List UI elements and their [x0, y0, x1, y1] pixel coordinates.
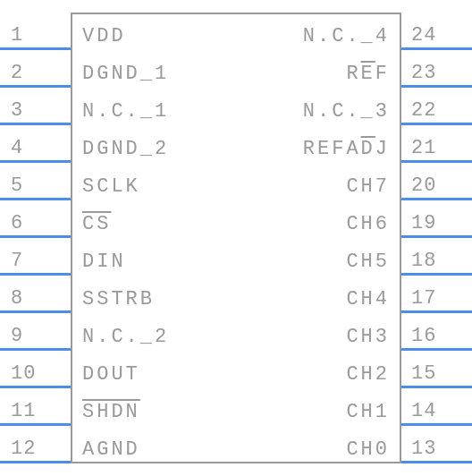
pin-label: REFADJ — [303, 138, 390, 160]
pin-row: 18CH5 — [0, 238, 472, 276]
pin-row: 23REF — [0, 50, 472, 88]
pin-number: 15 — [411, 362, 436, 385]
pin-number: 24 — [411, 24, 436, 47]
pin-label: CH3 — [346, 326, 390, 348]
pin-label: N.C._4 — [303, 25, 390, 47]
pin-row: 22N.C._3 — [0, 88, 472, 125]
pin-label: CH4 — [346, 288, 390, 310]
pin-number: 22 — [411, 99, 436, 122]
pin-number: 19 — [411, 212, 436, 234]
pin-row: 13CH0 — [0, 426, 472, 463]
pin-number: 23 — [411, 62, 436, 84]
pin-label: CH6 — [346, 213, 390, 235]
pin-number: 18 — [411, 250, 436, 272]
pin-label: N.C._3 — [303, 100, 390, 123]
pin-number: 14 — [411, 400, 436, 422]
pin-label: CH0 — [346, 438, 390, 461]
pin-row: 14CH1 — [0, 388, 472, 426]
pin-number: 16 — [411, 325, 436, 347]
pin-row: 20CH7 — [0, 163, 472, 200]
pin-label: CH1 — [346, 401, 390, 423]
pin-row: 15CH2 — [0, 351, 472, 388]
pin-row: 16CH3 — [0, 313, 472, 351]
pin-label: CH7 — [346, 175, 390, 198]
pin-row: 19CH6 — [0, 200, 472, 238]
pin-label: CH5 — [346, 251, 390, 273]
pin-number: 21 — [411, 137, 436, 159]
pin-label: CH2 — [346, 363, 390, 386]
pin-number: 17 — [411, 287, 436, 310]
pin-number: 13 — [411, 438, 436, 460]
pin-label: REF — [346, 63, 390, 85]
pin-number: 20 — [411, 174, 436, 197]
pin-lead — [401, 461, 472, 463]
pin-row: 21REFADJ — [0, 125, 472, 163]
pin-row: 24N.C._4 — [0, 13, 472, 50]
pin-row: 17CH4 — [0, 276, 472, 313]
